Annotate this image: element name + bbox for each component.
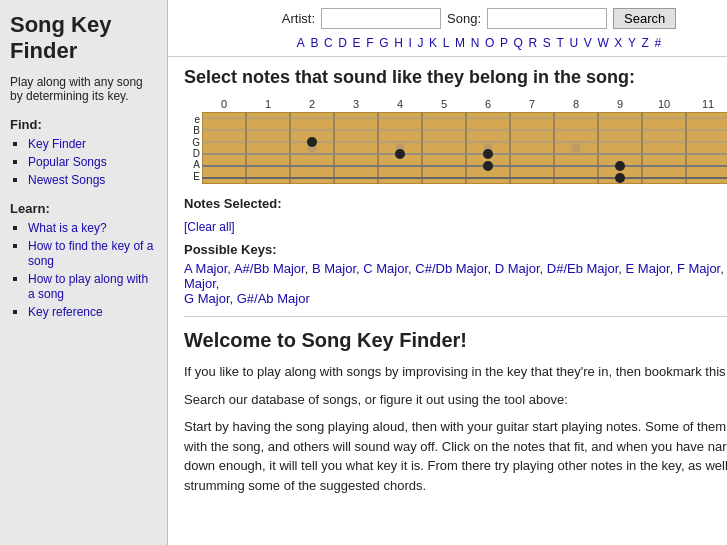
tool-section: Select notes that sound like they belong…: [184, 67, 727, 306]
note-dot[interactable]: [395, 149, 405, 159]
alpha-C[interactable]: C: [324, 36, 333, 50]
svg-point-22: [571, 143, 581, 153]
sidebar: Song Key Finder Play along with any song…: [0, 0, 168, 545]
alpha-R[interactable]: R: [529, 36, 538, 50]
header: Artist: Song: Search A B C D E F G H I J…: [168, 0, 727, 57]
key-f-major[interactable]: F Major: [677, 261, 720, 276]
find-links: Key Finder Popular Songs Newest Songs: [10, 136, 157, 187]
alpha-J[interactable]: J: [417, 36, 423, 50]
possible-keys: Possible Keys: A Major, A#/Bb Major, B M…: [184, 242, 727, 306]
alpha-Z[interactable]: Z: [642, 36, 649, 50]
alpha-V[interactable]: V: [584, 36, 592, 50]
sidebar-link-popular-songs[interactable]: Popular Songs: [28, 155, 107, 169]
alpha-P[interactable]: P: [500, 36, 508, 50]
learn-label: Learn:: [10, 201, 157, 216]
alpha-K[interactable]: K: [429, 36, 437, 50]
key-gsharp-major[interactable]: G#/Ab Major: [237, 291, 310, 306]
alpha-hash[interactable]: #: [655, 36, 662, 50]
artist-label: Artist:: [282, 11, 315, 26]
alpha-T[interactable]: T: [556, 36, 563, 50]
alpha-M[interactable]: M: [455, 36, 465, 50]
welcome-para3: Start by having the song playing aloud, …: [184, 417, 727, 495]
main-content: Artist: Song: Search A B C D E F G H I J…: [168, 0, 727, 545]
string-A: A: [184, 159, 202, 170]
string-G: G: [184, 137, 202, 148]
key-csharp-major[interactable]: C#/Db Major: [415, 261, 487, 276]
site-title: Song Key Finder: [10, 12, 157, 65]
possible-keys-label: Possible Keys:: [184, 242, 727, 257]
alpha-Q[interactable]: Q: [514, 36, 523, 50]
alpha-E[interactable]: E: [353, 36, 361, 50]
alpha-O[interactable]: O: [485, 36, 494, 50]
key-b-major[interactable]: B Major: [312, 261, 356, 276]
sidebar-link-newest-songs[interactable]: Newest Songs: [28, 173, 105, 187]
key-g-major[interactable]: G Major: [184, 291, 230, 306]
alpha-W[interactable]: W: [597, 36, 608, 50]
string-e: e: [184, 114, 202, 125]
find-label: Find:: [10, 117, 157, 132]
sidebar-link-key-reference[interactable]: Key reference: [28, 305, 103, 319]
alpha-nav: A B C D E F G H I J K L M N O P Q R S T: [296, 35, 663, 50]
search-button[interactable]: Search: [613, 8, 676, 29]
string-E-low: E: [184, 171, 202, 182]
sidebar-link-find-key[interactable]: How to find the key of a song: [28, 239, 153, 268]
content: Select notes that sound like they belong…: [168, 57, 727, 513]
alpha-X[interactable]: X: [614, 36, 622, 50]
artist-input[interactable]: [321, 8, 441, 29]
key-a-major[interactable]: A Major: [184, 261, 227, 276]
song-input[interactable]: [487, 8, 607, 29]
key-dsharp-major[interactable]: D#/Eb Major: [547, 261, 619, 276]
string-D: D: [184, 148, 202, 159]
keys-list: A Major, A#/Bb Major, B Major, C Major, …: [184, 261, 727, 306]
alpha-B[interactable]: B: [310, 36, 318, 50]
notes-selected-label: Notes Selected:: [184, 196, 282, 211]
clear-all: [Clear all]: [184, 219, 727, 234]
svg-rect-0: [202, 112, 727, 184]
key-c-major[interactable]: C Major: [363, 261, 408, 276]
alpha-U[interactable]: U: [569, 36, 578, 50]
string-B: B: [184, 125, 202, 136]
clear-all-link[interactable]: [Clear all]: [184, 220, 235, 234]
sidebar-link-key-finder[interactable]: Key Finder: [28, 137, 86, 151]
sidebar-link-play-along[interactable]: How to play along with a song: [28, 272, 148, 301]
welcome-heading: Welcome to Song Key Finder!: [184, 329, 727, 352]
alpha-H[interactable]: H: [394, 36, 403, 50]
site-tagline: Play along with any song by determining …: [10, 75, 157, 103]
note-dot[interactable]: [483, 161, 493, 171]
note-dot[interactable]: [615, 161, 625, 171]
note-dot[interactable]: [307, 137, 317, 147]
note-dot[interactable]: [483, 149, 493, 159]
learn-links: What is a key? How to find the key of a …: [10, 220, 157, 319]
search-bar: Artist: Song: Search: [282, 8, 676, 29]
welcome-para2: Search our database of songs, or figure …: [184, 390, 727, 410]
alpha-N[interactable]: N: [471, 36, 480, 50]
alpha-A[interactable]: A: [297, 36, 305, 50]
song-label: Song:: [447, 11, 481, 26]
welcome-para1: If you like to play along with songs by …: [184, 362, 727, 382]
key-d-major[interactable]: D Major: [495, 261, 540, 276]
welcome-section: Welcome to Song Key Finder! If you like …: [184, 316, 727, 495]
alpha-G[interactable]: G: [379, 36, 388, 50]
note-dot[interactable]: [615, 173, 625, 183]
notes-selected: Notes Selected:: [184, 196, 727, 211]
alpha-L[interactable]: L: [443, 36, 450, 50]
fretboard-svg[interactable]: [202, 112, 727, 184]
key-ab-major[interactable]: A#/Bb Major: [234, 261, 305, 276]
alpha-F[interactable]: F: [366, 36, 373, 50]
alpha-Y[interactable]: Y: [628, 36, 636, 50]
alpha-D[interactable]: D: [338, 36, 347, 50]
tool-heading: Select notes that sound like they belong…: [184, 67, 727, 88]
alpha-I[interactable]: I: [408, 36, 411, 50]
key-e-major[interactable]: E Major: [626, 261, 670, 276]
alpha-S[interactable]: S: [543, 36, 551, 50]
fretboard-container: 0 1 2 3 4 5 6 7 8 9 10 11 12: [184, 98, 727, 184]
sidebar-link-what-is-key[interactable]: What is a key?: [28, 221, 107, 235]
